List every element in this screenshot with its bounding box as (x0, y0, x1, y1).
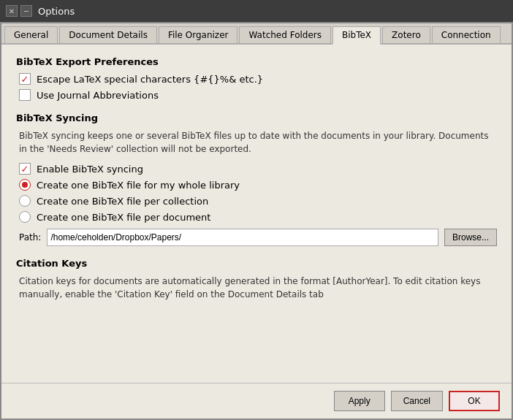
tab-bibtex[interactable]: BibTeX (332, 26, 381, 45)
bibtex-syncing-title: BibTeX Syncing (16, 112, 497, 123)
browse-button[interactable]: Browse... (444, 229, 497, 246)
enable-syncing-checkbox[interactable] (19, 163, 31, 175)
radio-per-collection-row: Create one BibTeX file per collection (16, 195, 497, 207)
radio-per-document[interactable] (19, 211, 31, 223)
journal-checkbox[interactable] (19, 89, 31, 101)
tab-watched-folders[interactable]: Watched Folders (239, 26, 331, 43)
ok-button[interactable]: OK (449, 391, 500, 411)
path-row: Path: Browse... (16, 229, 497, 246)
tab-zotero[interactable]: Zotero (382, 26, 430, 43)
enable-syncing-label: Enable BibTeX syncing (37, 164, 143, 175)
main-window: General Document Details File Organizer … (0, 22, 513, 420)
enable-syncing-row: Enable BibTeX syncing (16, 163, 497, 175)
tab-connection[interactable]: Connection (432, 26, 501, 43)
radio-per-document-label: Create one BibTeX file per document (37, 212, 210, 223)
radio-whole-library-label: Create one BibTeX file for my whole libr… (37, 180, 240, 191)
citation-keys-title: Citation Keys (16, 258, 497, 269)
journal-label: Use Journal Abbreviations (37, 90, 159, 101)
window-title: Options (38, 6, 507, 17)
close-button[interactable]: ✕ (6, 5, 18, 17)
journal-row: Use Journal Abbreviations (16, 89, 497, 101)
escape-label: Escape LaTeX special characters {#{}%& e… (37, 74, 263, 85)
bibtex-export-title: BibTeX Export Preferences (16, 56, 497, 67)
cancel-button[interactable]: Cancel (391, 391, 443, 411)
minimize-button[interactable]: ─ (20, 5, 32, 17)
radio-per-document-row: Create one BibTeX file per document (16, 211, 497, 223)
radio-per-collection[interactable] (19, 195, 31, 207)
citation-keys-section: Citation Keys Citation keys for document… (16, 258, 497, 301)
tab-general[interactable]: General (4, 26, 58, 43)
path-input[interactable] (47, 229, 438, 246)
citation-keys-description: Citation keys for documents are automati… (16, 275, 497, 301)
radio-whole-library[interactable] (19, 179, 31, 191)
radio-per-collection-label: Create one BibTeX file per collection (37, 196, 208, 207)
escape-row: Escape LaTeX special characters {#{}%& e… (16, 73, 497, 85)
content-area: BibTeX Export Preferences Escape LaTeX s… (1, 45, 512, 383)
window-controls[interactable]: ✕ ─ (6, 5, 32, 17)
tab-bar: General Document Details File Organizer … (1, 23, 512, 45)
path-label: Path: (19, 232, 41, 243)
title-bar: ✕ ─ Options (0, 0, 513, 22)
bibtex-export-section: BibTeX Export Preferences Escape LaTeX s… (16, 56, 497, 101)
bibtex-syncing-section: BibTeX Syncing BibTeX syncing keeps one … (16, 112, 497, 246)
escape-checkbox[interactable] (19, 73, 31, 85)
apply-button[interactable]: Apply (334, 391, 385, 411)
tab-file-organizer[interactable]: File Organizer (159, 26, 238, 43)
button-bar: Apply Cancel OK (1, 383, 512, 419)
tab-document-details[interactable]: Document Details (59, 26, 157, 43)
radio-whole-library-row: Create one BibTeX file for my whole libr… (16, 179, 497, 191)
bibtex-syncing-description: BibTeX syncing keeps one or several BibT… (16, 129, 497, 156)
